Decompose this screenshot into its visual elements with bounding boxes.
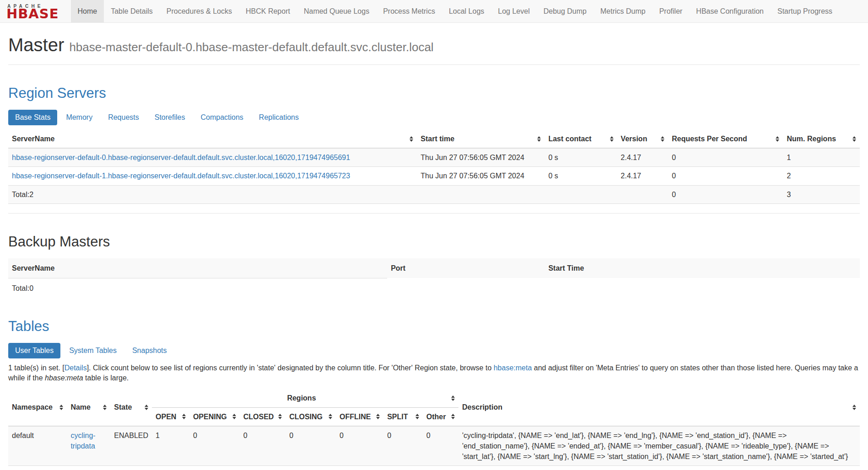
col-last-contact[interactable]: Last contact: [545, 130, 617, 148]
col-num-regions[interactable]: Num. Regions: [783, 130, 860, 148]
sort-icon[interactable]: [451, 414, 455, 419]
region-servers-table: ServerName Start time Last contact Versi…: [8, 130, 860, 204]
backup-masters-header-row: ServerName Port Start Time: [8, 258, 860, 278]
other-count-cell: 0: [423, 426, 458, 466]
col-closed[interactable]: CLOSED: [240, 407, 286, 426]
open-count[interactable]: 1: [156, 432, 160, 439]
sort-icon[interactable]: [145, 405, 148, 410]
sort-icon[interactable]: [852, 405, 856, 410]
hbase-meta-link[interactable]: hbase:meta: [494, 364, 532, 372]
tab-base-stats[interactable]: Base Stats: [8, 110, 57, 125]
tab-snapshots[interactable]: Snapshots: [125, 343, 174, 358]
col-servername[interactable]: ServerName: [8, 130, 417, 148]
nav-item-procedures-locks[interactable]: Procedures & Locks: [160, 0, 239, 22]
backup-masters-heading: Backup Masters: [8, 234, 860, 250]
sort-icon[interactable]: [329, 414, 332, 419]
description-cell: 'cycling-tripdata', {NAME => 'end_lat'},…: [458, 426, 860, 466]
sort-icon[interactable]: [852, 136, 856, 142]
tables-note: 1 table(s) in set. [Details]. Click coun…: [8, 363, 860, 383]
sort-icon[interactable]: [278, 414, 282, 419]
sort-icon[interactable]: [103, 405, 107, 410]
servername-cell: hbase-regionserver-default-1.hbase-regio…: [8, 167, 417, 185]
nav-item-debug-dump[interactable]: Debug Dump: [537, 0, 593, 22]
nav-item-process-metrics[interactable]: Process Metrics: [376, 0, 442, 22]
divider: [8, 213, 860, 214]
regionserver-link[interactable]: hbase-regionserver-default-1.hbase-regio…: [12, 172, 350, 180]
tab-memory[interactable]: Memory: [59, 110, 99, 125]
sort-icon[interactable]: [182, 414, 186, 419]
sort-icon[interactable]: [776, 136, 779, 142]
user-tables-header-row: Namespace Name State Regions Description: [8, 389, 860, 407]
total-row: Total:2 0 3: [8, 185, 860, 203]
nav-item-table-details[interactable]: Table Details: [104, 0, 160, 22]
sort-icon[interactable]: [376, 414, 380, 419]
sort-icon[interactable]: [232, 414, 236, 419]
tab-compactions[interactable]: Compactions: [194, 110, 250, 125]
col-closing[interactable]: CLOSING: [286, 407, 336, 426]
sort-icon[interactable]: [410, 136, 413, 142]
col-name[interactable]: Name: [67, 389, 110, 426]
tab-system-tables[interactable]: System Tables: [62, 343, 124, 358]
col-servername: ServerName: [8, 258, 387, 278]
tab-replications[interactable]: Replications: [252, 110, 306, 125]
closed-count-cell: 0: [240, 426, 286, 466]
tables-tabs: User Tables System Tables Snapshots: [8, 343, 860, 358]
start-time-cell: Thu Jun 27 07:56:05 GMT 2024: [417, 167, 545, 185]
col-open[interactable]: OPEN: [152, 407, 189, 426]
nav-item-local-logs[interactable]: Local Logs: [442, 0, 491, 22]
nav-item-named-queue-logs[interactable]: Named Queue Logs: [297, 0, 376, 22]
col-description[interactable]: Description: [458, 389, 860, 426]
sort-icon[interactable]: [415, 414, 419, 419]
num-regions-cell: 2: [783, 167, 860, 185]
navbar-menu: Home Table Details Procedures & Locks HB…: [71, 0, 840, 22]
nav-item-home[interactable]: Home: [71, 0, 104, 22]
user-tables-table: Namespace Name State Regions Description…: [8, 389, 860, 466]
backup-masters-table: ServerName Port Start Time Total:0: [8, 258, 860, 298]
col-namespace[interactable]: Namespace: [8, 389, 67, 426]
top-navbar: APACHE HBASE Home Table Details Procedur…: [0, 0, 868, 23]
total-row: Total:0: [8, 278, 860, 298]
tab-storefiles[interactable]: Storefiles: [148, 110, 192, 125]
page-title: Master hbase-master-default-0.hbase-mast…: [8, 35, 860, 55]
col-regions-group[interactable]: Regions: [152, 389, 458, 407]
col-start-time[interactable]: Start time: [417, 130, 545, 148]
details-link[interactable]: Details: [65, 364, 87, 372]
version-cell: 2.4.17: [617, 167, 669, 185]
offline-count-cell: 0: [336, 426, 383, 466]
region-servers-tabs: Base Stats Memory Requests Storefiles Co…: [8, 110, 860, 125]
sort-icon[interactable]: [537, 136, 541, 142]
nav-item-log-level[interactable]: Log Level: [491, 0, 536, 22]
region-servers-heading: Region Servers: [8, 85, 860, 101]
col-state[interactable]: State: [110, 389, 152, 426]
nav-item-hbck-report[interactable]: HBCK Report: [239, 0, 297, 22]
total-label: Total:0: [8, 278, 387, 298]
requests-per-second-cell: 0: [668, 148, 783, 167]
col-split[interactable]: SPLIT: [383, 407, 423, 426]
table-row: hbase-regionserver-default-1.hbase-regio…: [8, 167, 860, 185]
nav-item-metrics-dump[interactable]: Metrics Dump: [593, 0, 652, 22]
hbase-meta-italic: hbase:meta: [45, 374, 83, 382]
tab-requests[interactable]: Requests: [101, 110, 146, 125]
table-link[interactable]: cycling-tripdata: [70, 432, 95, 450]
nav-item-profiler[interactable]: Profiler: [652, 0, 690, 22]
version-cell: 2.4.17: [617, 148, 669, 167]
col-opening[interactable]: OPENING: [189, 407, 240, 426]
col-version[interactable]: Version: [617, 130, 669, 148]
sort-icon[interactable]: [661, 136, 664, 142]
sort-icon[interactable]: [610, 136, 614, 142]
state-cell: ENABLED: [110, 426, 152, 466]
master-title: Master: [8, 35, 64, 55]
region-servers-header-row: ServerName Start time Last contact Versi…: [8, 130, 860, 148]
nav-item-hbase-configuration[interactable]: HBase Configuration: [689, 0, 771, 22]
col-offline[interactable]: OFFLINE: [336, 407, 383, 426]
total-num-regions: 3: [783, 185, 860, 203]
sort-icon[interactable]: [59, 405, 63, 410]
tab-user-tables[interactable]: User Tables: [8, 343, 60, 358]
regionserver-link[interactable]: hbase-regionserver-default-0.hbase-regio…: [12, 154, 350, 161]
sort-icon[interactable]: [451, 395, 455, 401]
col-other[interactable]: Other: [423, 407, 458, 426]
nav-item-startup-progress[interactable]: Startup Progress: [771, 0, 839, 22]
hbase-logo[interactable]: APACHE HBASE: [4, 0, 65, 22]
opening-count-cell: 0: [189, 426, 240, 466]
col-requests-per-second[interactable]: Requests Per Second: [668, 130, 783, 148]
